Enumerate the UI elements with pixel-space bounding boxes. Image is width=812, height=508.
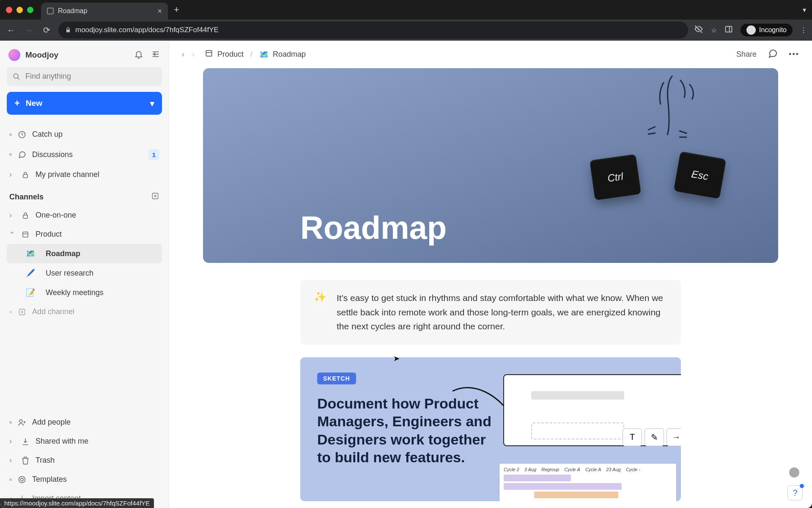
presence-avatar[interactable] xyxy=(789,467,799,478)
sidebar-item-label: Shared with me xyxy=(36,437,88,446)
window-titlebar: Roadmap × + ▾ xyxy=(0,0,812,19)
svg-rect-0 xyxy=(726,26,732,32)
sidebar-item-trash[interactable]: › Trash xyxy=(7,451,162,470)
notifications-button[interactable] xyxy=(134,50,143,61)
sidebar-channel-product[interactable]: › Product xyxy=(7,225,162,244)
side-panel-icon[interactable] xyxy=(724,25,733,35)
status-bar-link: https://moodjoy.slite.com/app/docs/7hfqS… xyxy=(0,498,154,508)
add-channel-icon xyxy=(18,308,26,316)
reload-button[interactable]: ⟳ xyxy=(41,25,52,35)
address-bar[interactable]: moodjoy.slite.com/app/docs/7hfqSZFof44fY… xyxy=(58,22,688,39)
doc-callout[interactable]: ✨ It's easy to get stuck in rhythms and … xyxy=(300,280,681,345)
tabs-dropdown-button[interactable]: ▾ xyxy=(803,6,806,14)
svg-rect-12 xyxy=(23,215,28,218)
channels-heading-label: Channels xyxy=(9,193,44,202)
pencil-tool-icon: ✎ xyxy=(645,428,664,446)
sidebar-item-label: User research xyxy=(46,269,93,278)
sidebar-channel-one-on-one[interactable]: › One-on-one xyxy=(7,206,162,225)
sidebar-item-discussions[interactable]: Discussions 1 xyxy=(7,144,162,165)
incognito-icon xyxy=(746,25,756,35)
sidebar-item-catch-up[interactable]: Catch up xyxy=(7,125,162,144)
chevron-right-icon: › xyxy=(9,437,15,446)
sidebar-item-label: Templates xyxy=(32,475,67,484)
sparkles-icon: ✨ xyxy=(314,291,326,334)
more-options-button[interactable]: ••• xyxy=(789,50,799,59)
sidebar-item-add-people[interactable]: Add people xyxy=(7,413,162,432)
sketch-card[interactable]: SKETCH Document how Product Managers, En… xyxy=(300,357,681,501)
collapse-sidebar-button[interactable] xyxy=(151,50,160,61)
breadcrumb-parent[interactable]: Product xyxy=(217,50,244,59)
doc-emoji-icon: 📝 xyxy=(25,288,36,297)
incognito-badge[interactable]: Incognito xyxy=(741,24,793,36)
breadcrumb-current[interactable]: Roadmap xyxy=(273,50,306,59)
close-tab-button[interactable]: × xyxy=(157,7,162,16)
sidebar-doc-user-research[interactable]: 🖊️ User research xyxy=(7,263,162,283)
status-dot xyxy=(9,421,12,424)
doc-emoji-icon: 🗺️ xyxy=(25,249,36,258)
minimize-window-button[interactable] xyxy=(16,7,23,13)
back-button[interactable]: ← xyxy=(5,25,17,35)
lock-icon xyxy=(65,27,71,33)
svg-point-22 xyxy=(21,478,24,481)
svg-point-5 xyxy=(14,74,18,78)
breadcrumb: Product / 🗺️ Roadmap xyxy=(205,49,306,60)
arrow-tool-icon: → xyxy=(667,428,681,446)
maximize-window-button[interactable] xyxy=(27,7,33,13)
mouse-cursor: ➤ xyxy=(393,354,400,363)
history-back-button[interactable]: ‹ xyxy=(182,50,184,59)
sidebar-item-label: Weekly meetings xyxy=(46,288,104,297)
eye-off-icon[interactable] xyxy=(694,25,703,36)
doc-emoji-icon: 🖊️ xyxy=(25,268,36,278)
status-dot xyxy=(9,311,12,313)
browser-menu-button[interactable]: ⋮ xyxy=(800,26,807,34)
sidebar-item-label: Add people xyxy=(32,418,71,427)
svg-point-21 xyxy=(19,476,25,483)
chat-icon xyxy=(18,150,26,159)
chevron-right-icon: › xyxy=(9,456,15,465)
tab-favicon xyxy=(47,8,54,14)
sidebar-add-channel[interactable]: Add channel xyxy=(7,302,162,321)
share-button[interactable]: Share xyxy=(736,50,757,59)
forward-button[interactable]: → xyxy=(23,25,35,35)
workspace-switcher[interactable]: Moodjoy xyxy=(7,47,162,67)
sidebar-item-templates[interactable]: Templates xyxy=(7,470,162,489)
bookmark-star-icon[interactable]: ☆ xyxy=(711,26,717,34)
clock-icon xyxy=(18,130,26,139)
new-tab-button[interactable]: + xyxy=(174,4,179,15)
download-icon xyxy=(21,437,30,446)
doc-hero: Ctrl Esc Roadmap xyxy=(203,68,778,263)
help-button[interactable]: ? xyxy=(787,485,803,500)
history-forward-button[interactable]: › xyxy=(192,50,195,59)
search-input[interactable]: Find anything xyxy=(7,67,162,86)
window-controls xyxy=(6,7,33,13)
add-channel-icon-button[interactable] xyxy=(151,192,159,202)
svg-rect-8 xyxy=(23,174,28,178)
templates-icon xyxy=(18,475,26,484)
sidebar-doc-roadmap[interactable]: 🗺️ Roadmap xyxy=(7,244,162,263)
sidebar-item-label: Trash xyxy=(36,456,55,465)
hand-illustration xyxy=(626,72,710,158)
browser-toolbar: ← → ⟳ moodjoy.slite.com/app/docs/7hfqSZF… xyxy=(0,19,812,41)
lock-icon xyxy=(21,212,30,219)
sidebar-item-private-channel[interactable]: › My private channel xyxy=(7,165,162,184)
sidebar-item-label: Roadmap xyxy=(46,249,80,258)
text-tool-icon: T xyxy=(623,428,642,446)
channels-heading: Channels xyxy=(7,184,162,206)
sidebar-doc-weekly-meetings[interactable]: 📝 Weekly meetings xyxy=(7,283,162,302)
breadcrumb-separator: / xyxy=(248,50,255,59)
new-button[interactable]: + New ▾ xyxy=(7,92,162,115)
channel-icon xyxy=(21,231,30,238)
browser-tab[interactable]: Roadmap × xyxy=(41,3,168,20)
doc-title[interactable]: Roadmap xyxy=(300,209,447,246)
chevron-right-icon: › xyxy=(9,211,15,220)
sidebar-item-shared[interactable]: › Shared with me xyxy=(7,432,162,451)
close-window-button[interactable] xyxy=(6,7,12,13)
comments-button[interactable] xyxy=(768,48,778,61)
doc-topbar: ‹ › Product / 🗺️ Roadmap Share ••• xyxy=(169,41,812,68)
sidebar-item-label: Catch up xyxy=(32,130,63,139)
svg-rect-13 xyxy=(23,232,28,237)
chevron-right-icon: › xyxy=(9,170,15,179)
workspace-avatar xyxy=(8,49,20,61)
breadcrumb-emoji-icon: 🗺️ xyxy=(259,50,269,59)
ctrl-key-illustration: Ctrl xyxy=(590,154,641,200)
